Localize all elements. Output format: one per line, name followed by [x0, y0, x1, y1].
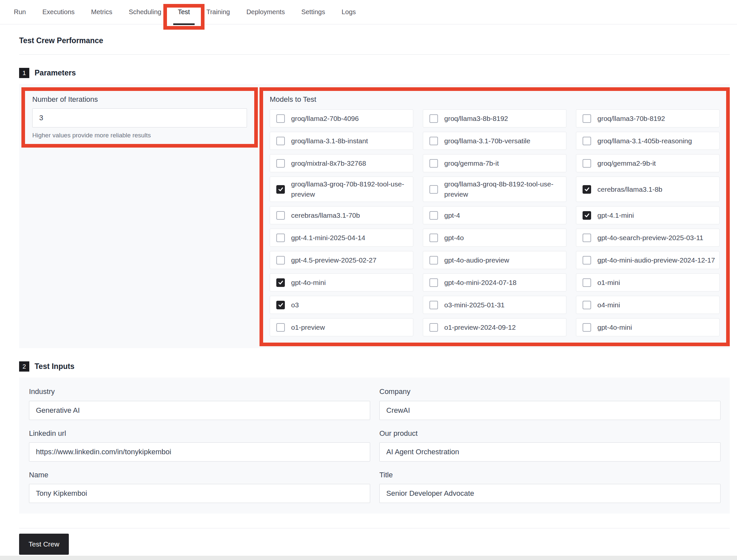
field-input[interactable] [379, 442, 721, 462]
model-label: o1-preview [291, 322, 325, 332]
model-option[interactable]: o1-preview-2024-09-12 [423, 318, 566, 336]
model-checkbox[interactable] [276, 159, 285, 168]
tab-metrics[interactable]: Metrics [91, 0, 112, 24]
model-option[interactable]: groq/mixtral-8x7b-32768 [270, 154, 413, 172]
model-option[interactable]: gpt-4o-mini-audio-preview-2024-12-17 [576, 251, 720, 269]
field-label: Our product [379, 429, 721, 438]
model-option[interactable]: groq/llama3-8b-8192 [423, 109, 566, 127]
model-option[interactable]: gpt-4o-audio-preview [423, 251, 566, 269]
model-checkbox[interactable] [429, 137, 438, 145]
model-option[interactable]: o3-mini-2025-01-31 [423, 296, 566, 314]
iterations-input[interactable] [32, 108, 247, 127]
model-checkbox[interactable] [582, 159, 591, 168]
model-option[interactable]: groq/llama3-groq-8b-8192-tool-use-previe… [423, 177, 566, 202]
tab-scheduling[interactable]: Scheduling [129, 0, 161, 24]
model-checkbox[interactable] [582, 137, 591, 145]
model-option[interactable]: o4-mini [576, 296, 720, 314]
model-checkbox[interactable] [276, 137, 285, 145]
model-option[interactable]: gpt-4o-mini-2024-07-18 [423, 273, 566, 292]
field-label: Linkedin url [29, 429, 370, 438]
model-option[interactable]: o1-mini [576, 273, 720, 292]
model-checkbox[interactable] [429, 114, 438, 123]
model-checkbox[interactable] [582, 278, 591, 287]
model-checkbox[interactable] [429, 234, 438, 242]
page-title: Test Crew Performance [19, 36, 730, 45]
model-checkbox[interactable] [582, 301, 591, 309]
model-option[interactable]: gpt-4.1-mini [576, 206, 720, 224]
tab-executions[interactable]: Executions [43, 0, 75, 24]
model-option[interactable]: gpt-4 [423, 206, 566, 224]
tab-deployments[interactable]: Deployments [246, 0, 285, 24]
model-label: gpt-4o-mini-audio-preview-2024-12-17 [597, 255, 715, 265]
model-checkbox[interactable] [429, 256, 438, 265]
model-option[interactable]: cerebras/llama3.1-70b [270, 206, 413, 224]
model-label: groq/llama-3.1-405b-reasoning [597, 136, 692, 146]
model-checkbox[interactable] [276, 278, 285, 287]
field-input[interactable] [29, 401, 370, 420]
model-option[interactable]: gpt-4o-search-preview-2025-03-11 [576, 229, 720, 247]
model-option[interactable]: groq/llama-3.1-8b-instant [270, 132, 413, 150]
model-option[interactable]: groq/llama3-groq-70b-8192-tool-use-previ… [270, 177, 413, 202]
model-option[interactable]: groq/llama2-70b-4096 [270, 109, 413, 127]
model-checkbox[interactable] [429, 323, 438, 332]
model-option[interactable]: groq/llama-3.1-405b-reasoning [576, 132, 720, 150]
model-checkbox[interactable] [276, 234, 285, 242]
model-checkbox[interactable] [276, 301, 285, 309]
model-option[interactable]: cerebras/llama3.1-8b [576, 177, 720, 202]
model-label: gpt-4o-audio-preview [444, 255, 509, 265]
model-checkbox[interactable] [276, 256, 285, 265]
model-label: o4-mini [597, 300, 620, 310]
model-checkbox[interactable] [582, 323, 591, 332]
model-checkbox[interactable] [276, 114, 285, 123]
model-checkbox[interactable] [582, 211, 591, 220]
model-label: groq/llama3-8b-8192 [444, 114, 508, 124]
model-option[interactable]: groq/gemma-7b-it [423, 154, 566, 172]
tab-logs[interactable]: Logs [342, 0, 356, 24]
tab-list: Run Executions Metrics Scheduling Test T… [14, 0, 737, 24]
model-option[interactable]: gpt-4o-mini [576, 318, 720, 336]
tab-settings[interactable]: Settings [301, 0, 325, 24]
model-checkbox[interactable] [429, 301, 438, 309]
model-option[interactable]: o3 [270, 296, 413, 314]
model-label: groq/llama3-groq-70b-8192-tool-use-previ… [291, 179, 409, 199]
footer-divider [19, 528, 730, 528]
field-input[interactable] [379, 484, 721, 503]
model-checkbox[interactable] [429, 185, 438, 194]
model-checkbox[interactable] [276, 185, 285, 194]
model-option[interactable]: groq/llama-3.1-70b-versatile [423, 132, 566, 150]
field-input[interactable] [379, 401, 721, 420]
model-option[interactable]: gpt-4o [423, 229, 566, 247]
tab-label: Logs [342, 8, 356, 16]
parameters-section: 1 Parameters Number of Iterations Higher… [19, 68, 730, 348]
model-option[interactable]: gpt-4.5-preview-2025-02-27 [270, 251, 413, 269]
test-crew-button[interactable]: Test Crew [19, 534, 69, 555]
checkmark-icon [278, 186, 284, 192]
model-option[interactable]: gpt-4.1-mini-2025-04-14 [270, 229, 413, 247]
company-field: Company [379, 387, 721, 420]
tab-label: Settings [301, 8, 325, 16]
models-highlight-box: Models to Test groq/llama2-70b-4096 [260, 87, 730, 346]
section-title: Parameters [35, 69, 76, 77]
model-option[interactable]: o1-preview [270, 318, 413, 336]
model-checkbox[interactable] [582, 234, 591, 242]
model-checkbox[interactable] [276, 323, 285, 332]
model-checkbox[interactable] [582, 185, 591, 194]
field-input[interactable] [29, 442, 370, 462]
section-number-badge: 1 [19, 68, 29, 78]
model-checkbox[interactable] [276, 211, 285, 220]
model-label: gpt-4o-mini [597, 322, 632, 332]
model-option[interactable]: gpt-4o-mini [270, 273, 413, 292]
model-checkbox[interactable] [582, 256, 591, 265]
test-inputs-grid: Industry Company Linkedin url Ou [29, 387, 721, 503]
model-option[interactable]: groq/llama3-70b-8192 [576, 109, 720, 127]
tab-test[interactable]: Test [178, 0, 190, 24]
model-checkbox[interactable] [429, 211, 438, 220]
tab-training[interactable]: Training [207, 0, 230, 24]
field-input[interactable] [29, 484, 370, 503]
model-option[interactable]: groq/gemma2-9b-it [576, 154, 720, 172]
model-checkbox[interactable] [429, 278, 438, 287]
tab-label: Executions [43, 8, 75, 16]
tab-run[interactable]: Run [14, 0, 26, 24]
model-checkbox[interactable] [582, 114, 591, 123]
model-checkbox[interactable] [429, 159, 438, 168]
